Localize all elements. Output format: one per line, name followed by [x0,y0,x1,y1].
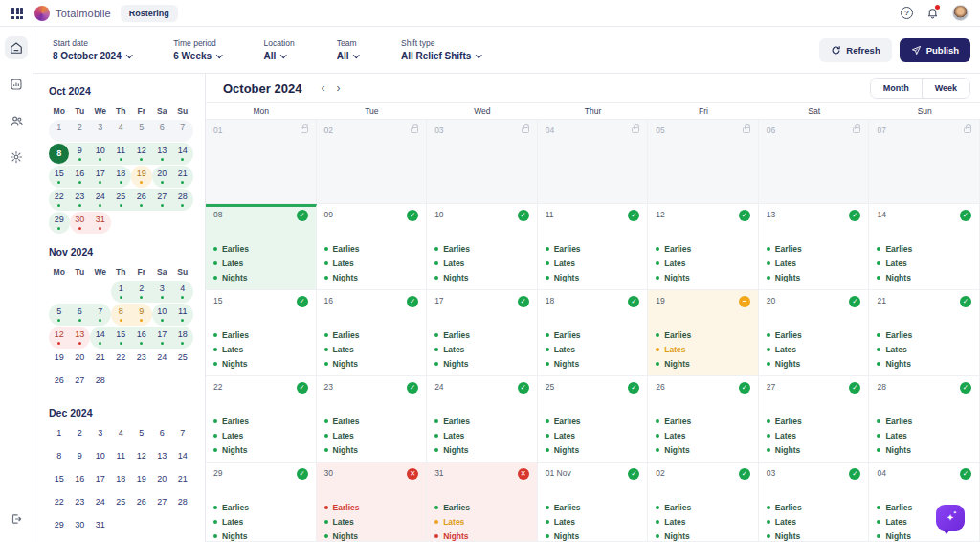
sidebar-item-settings[interactable] [5,146,28,169]
mini-day[interactable]: 15 [49,166,70,188]
mini-day[interactable]: 8 [111,304,132,326]
mini-day[interactable]: 28 [172,494,193,516]
day-cell[interactable]: 11✓EarliesLatesNights [538,204,649,290]
mini-day[interactable]: 29 [49,517,70,539]
mini-day[interactable]: 5 [131,425,152,447]
day-cell[interactable]: 01 Nov✓EarliesLatesNights [538,463,649,542]
filter-location[interactable]: Location All [264,38,295,61]
mini-day[interactable]: 12 [131,448,152,470]
sidebar-item-reports[interactable] [5,73,28,96]
mini-day[interactable]: 1 [49,425,70,447]
mini-day[interactable]: 25 [172,350,193,372]
day-cell[interactable]: 20✓EarliesLatesNights [759,290,870,376]
mini-day[interactable]: 20 [70,350,91,372]
mini-day[interactable]: 21 [90,350,111,372]
day-cell[interactable]: 25✓EarliesLatesNights [538,376,649,463]
mini-day[interactable]: 11 [111,448,132,470]
sidebar-item-home[interactable] [5,36,28,59]
day-cell[interactable]: 01 [206,120,317,204]
refresh-button[interactable]: Refresh [819,38,891,62]
mini-day[interactable]: 10 [90,143,111,165]
day-cell[interactable]: 22✓EarliesLatesNights [206,376,317,463]
mini-day[interactable]: 21 [172,471,193,493]
day-cell[interactable]: 05 [648,120,759,204]
mini-day[interactable]: 2 [70,425,91,447]
mini-day[interactable]: 28 [90,373,111,395]
mini-day[interactable]: 18 [111,166,132,188]
mini-day[interactable]: 4 [172,281,193,303]
mini-day[interactable]: 25 [111,189,132,211]
user-avatar[interactable] [952,5,969,21]
mini-day[interactable]: 1 [49,120,70,142]
mini-day[interactable]: 19 [131,471,152,493]
mini-day[interactable]: 20 [152,471,173,493]
mini-day[interactable]: 22 [111,350,132,372]
mini-day[interactable]: 5 [131,120,152,142]
day-cell[interactable]: 16✓EarliesLatesNights [317,290,428,376]
mini-day[interactable]: 26 [131,189,152,211]
toggle-week-button[interactable]: Week [923,79,969,98]
app-grid-icon[interactable] [11,8,23,19]
help-icon[interactable]: ? [901,7,913,19]
day-cell[interactable]: 31✕EarliesLatesNights [427,463,538,542]
day-cell[interactable]: 15✓EarliesLatesNights [206,290,317,376]
mini-day[interactable]: 3 [152,281,173,303]
day-cell[interactable]: 17✓EarliesLatesNights [427,290,538,376]
mini-day[interactable]: 24 [90,494,111,516]
filter-team[interactable]: Team All [337,38,359,61]
day-cell[interactable]: 10✓EarliesLatesNights [427,204,538,290]
mini-day[interactable]: 19 [49,350,70,372]
mini-day[interactable]: 23 [70,494,91,516]
mini-day[interactable]: 3 [90,425,111,447]
mini-day[interactable]: 14 [90,327,111,349]
mini-day[interactable]: 11 [111,143,132,165]
mini-day[interactable]: 6 [152,425,173,447]
mini-day[interactable]: 4 [111,425,132,447]
mini-day[interactable]: 18 [172,327,193,349]
day-cell[interactable]: 06 [759,120,870,204]
day-cell[interactable]: 29✓EarliesLatesNights [206,463,317,542]
tab-rostering[interactable]: Rostering [121,5,178,22]
day-cell[interactable]: 21✓EarliesLatesNights [869,290,980,376]
day-cell[interactable]: 26✓EarliesLatesNights [648,376,759,463]
mini-day[interactable]: 15 [111,327,132,349]
mini-day[interactable]: 8 [49,143,70,165]
mini-day[interactable]: 12 [49,327,70,349]
day-cell[interactable]: 03 [427,120,538,204]
prev-month-button[interactable]: ‹ [315,82,330,94]
day-cell[interactable]: 04 [538,120,649,204]
mini-day[interactable]: 11 [172,304,193,326]
mini-day[interactable]: 26 [131,494,152,516]
mini-day[interactable]: 7 [172,425,193,447]
mini-day[interactable]: 5 [49,304,70,326]
mini-day[interactable]: 6 [70,304,91,326]
mini-day[interactable]: 27 [70,373,91,395]
mini-day[interactable]: 31 [90,212,111,234]
mini-day[interactable]: 19 [131,166,152,188]
mini-day[interactable]: 1 [111,281,132,303]
mini-day[interactable]: 8 [49,448,70,470]
mini-day[interactable]: 10 [152,304,173,326]
mini-day[interactable]: 20 [152,166,173,188]
day-cell[interactable]: 07 [869,120,980,204]
day-cell[interactable]: 24✓EarliesLatesNights [427,376,538,463]
day-cell[interactable]: 04✓EarliesLatesNights [869,463,980,542]
toggle-month-button[interactable]: Month [871,79,923,98]
mini-day[interactable]: 17 [90,166,111,188]
day-cell[interactable]: 02✓EarliesLatesNights [648,463,759,542]
day-cell[interactable]: 19−EarliesLatesNights [648,290,759,376]
ai-assistant-button[interactable]: ✦ ✦ [936,505,965,531]
mini-day[interactable]: 13 [70,327,91,349]
mini-day[interactable]: 30 [70,212,91,234]
mini-day[interactable]: 2 [70,120,91,142]
mini-day[interactable]: 31 [90,517,111,539]
day-cell[interactable]: 30✕EarliesLatesNights [317,463,428,542]
sidebar-item-people[interactable] [5,109,28,132]
day-cell[interactable]: 18✓EarliesLatesNights [538,290,649,376]
mini-day[interactable]: 2 [131,281,152,303]
mini-day[interactable]: 27 [152,494,173,516]
mini-day[interactable]: 15 [49,471,70,493]
publish-button[interactable]: Publish [900,38,970,62]
mini-day[interactable]: 4 [111,120,132,142]
mini-day[interactable]: 7 [172,120,193,142]
